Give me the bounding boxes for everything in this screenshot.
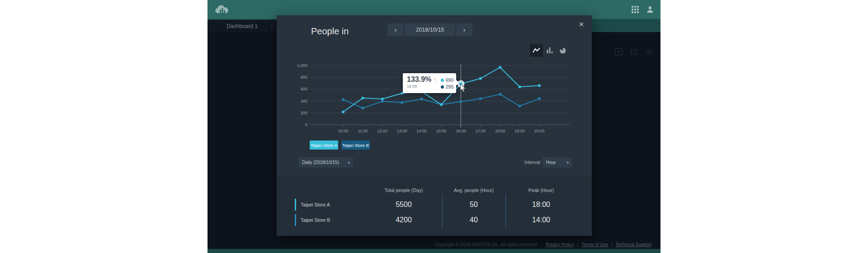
pie-chart-icon [560, 47, 566, 54]
interval-select[interactable]: Hour ▾ [542, 157, 572, 168]
chart-type-toggles [530, 44, 569, 57]
data-point [519, 85, 521, 88]
data-point [381, 100, 384, 103]
tooltip-value: 295 [446, 84, 454, 90]
line-chart-toggle[interactable] [530, 44, 543, 57]
trend-up-icon: ↑ [434, 76, 437, 83]
data-point [420, 98, 423, 100]
table-row: Taipei Store B42004014:00 [277, 212, 592, 228]
x-axis-label: 10:00 [338, 129, 349, 133]
y-axis-label: 800 [301, 75, 307, 80]
x-axis-label: 17:00 [476, 129, 486, 133]
caret-down-icon: ▾ [348, 160, 350, 165]
x-axis-label: 20:00 [534, 129, 545, 133]
x-axis-label: 18:00 [495, 129, 505, 133]
bar-chart-toggle[interactable] [543, 44, 556, 57]
next-date-button[interactable]: › [456, 23, 472, 36]
cloud-logo-icon [215, 4, 229, 15]
line-chart-icon [533, 47, 540, 53]
table-row: Taipei Store A55005018:00 [277, 197, 592, 212]
table-value-cell: 40 [442, 216, 505, 224]
data-point [342, 98, 344, 101]
tooltip-value-row: 690 [441, 77, 454, 83]
legend-taipei-store-a[interactable]: Taipei Store A [310, 141, 338, 150]
summary-table: Total people (Day)Avg. people (Hour)Peak… [277, 177, 592, 236]
data-point [499, 66, 501, 69]
series-dot-icon [441, 79, 444, 82]
y-axis-label: 1,000 [297, 63, 307, 68]
tooltip-value: 690 [446, 77, 454, 83]
table-header-cell: Total people (Day) [365, 187, 442, 193]
x-axis-label: 12:00 [377, 129, 388, 133]
modal-title: People in [311, 26, 349, 37]
tooltip-value-row: 295 [441, 84, 454, 90]
data-point [479, 97, 482, 100]
table-value-cell: 18:00 [505, 201, 577, 209]
app-window: Dashboard 1 ⋮ Copyright © 2018 VIVOTEK I… [208, 0, 660, 253]
tooltip-time: 16:00 [407, 84, 437, 89]
data-point [538, 84, 541, 87]
date-display[interactable]: 2018/10/15 [405, 23, 455, 36]
tooltip-percent: 133.9% [407, 75, 431, 83]
data-point [401, 101, 403, 104]
row-color-bar [295, 214, 296, 226]
people-in-modal: People in ‹ 2018/10/15 › × [277, 15, 592, 236]
x-axis-label: 16:00 [456, 129, 466, 133]
table-value-cell: 5500 [365, 201, 442, 209]
x-axis-label: 14:00 [416, 129, 427, 133]
column-divider [505, 194, 506, 228]
data-point [499, 93, 501, 96]
date-range-select[interactable]: Daily (2018/10/15) ▾ [298, 157, 353, 168]
store-name: Taipei Store A [301, 202, 330, 207]
caret-down-icon: ▾ [566, 160, 569, 165]
x-axis-label: 19:00 [514, 129, 525, 133]
column-divider [442, 194, 443, 228]
table-value-cell: 14:00 [505, 216, 577, 224]
legend-taipei-store-b[interactable]: Taipei Store B [341, 141, 370, 150]
x-axis-label: 15:00 [436, 129, 447, 133]
apps-grid-icon[interactable] [632, 6, 639, 13]
date-range-value: Daily (2018/10/15) [302, 160, 339, 165]
user-account-icon[interactable] [646, 5, 654, 14]
table-value-cell: 4200 [365, 216, 442, 224]
data-point [381, 98, 384, 100]
y-axis-label: 600 [301, 87, 307, 91]
data-point [440, 103, 443, 106]
row-color-bar [295, 199, 296, 211]
store-name: Taipei Store B [301, 217, 330, 223]
x-axis-label: 11:00 [358, 129, 368, 133]
data-point [342, 111, 344, 113]
bar-chart-icon [547, 47, 553, 53]
close-icon[interactable]: × [576, 19, 587, 30]
interval-value: Hour [546, 160, 556, 165]
y-axis-label: 0 [305, 122, 307, 127]
data-point [479, 77, 482, 80]
table-header-cell: Peak (Hour) [505, 187, 577, 193]
y-axis-label: 200 [301, 111, 307, 115]
series-dot-icon [441, 85, 444, 89]
summary-table-header: Total people (Day)Avg. people (Hour)Peak… [277, 185, 592, 195]
mouse-cursor-icon [460, 84, 467, 93]
y-axis-label: 400 [301, 99, 307, 103]
chart-tooltip: 133.9% ↑ 16:00 690295 [403, 73, 456, 93]
pie-chart-toggle[interactable] [556, 44, 569, 57]
x-axis-label: 13:00 [397, 129, 407, 133]
data-point [459, 100, 462, 103]
data-point [519, 105, 521, 108]
data-point [361, 97, 364, 99]
prev-date-button[interactable]: ‹ [387, 23, 404, 36]
table-value-cell: 50 [442, 201, 505, 209]
table-header-cell: Avg. people (Hour) [442, 187, 505, 193]
data-point [538, 97, 541, 100]
tooltip-values: 690295 [441, 75, 454, 91]
data-point [361, 107, 364, 109]
interval-label: Interval: [524, 159, 541, 165]
